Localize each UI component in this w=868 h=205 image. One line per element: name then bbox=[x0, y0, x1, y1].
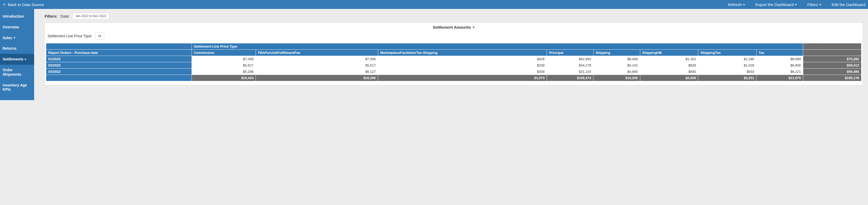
row-total: $75,282 bbox=[803, 56, 862, 62]
caret-down-icon bbox=[24, 59, 27, 60]
edit-label: Edit the Dashboard bbox=[832, 2, 865, 7]
col-header: MarketplaceFacilitatorTax-Shipping bbox=[378, 50, 547, 56]
table-wrap: Settlement Line Price TypeReport Orders … bbox=[45, 43, 863, 85]
cell: $840 bbox=[640, 69, 698, 75]
cell: $5,017 bbox=[255, 62, 378, 69]
col-header: Shipping bbox=[593, 50, 640, 56]
sidebar-item-inventory-age-kpis[interactable]: Inventory Age KPIs bbox=[0, 80, 34, 95]
export-menu[interactable]: Export the Dashboard bbox=[755, 2, 797, 7]
col-header: FBAPerUnitFulfillmentFee bbox=[255, 50, 378, 56]
sidebar-item-label: Overview bbox=[3, 25, 19, 29]
row-label: 01/2022 bbox=[46, 56, 192, 62]
cell: $6,449 bbox=[593, 56, 640, 62]
row-label: 03/2022 bbox=[46, 69, 192, 75]
cell: $8,599 bbox=[756, 56, 803, 62]
sidebar: IntroductionOverviewSalesReturnsSettleme… bbox=[0, 9, 34, 100]
caret-down-icon bbox=[13, 37, 16, 39]
main: Filters: Date: Jan-2022 to Dec-2022 Sett… bbox=[34, 9, 868, 91]
cell: $339 bbox=[378, 62, 547, 69]
cell: $308 bbox=[378, 69, 547, 75]
col-total: $21,675 bbox=[756, 75, 803, 81]
cell: $34,278 bbox=[547, 62, 593, 69]
cell: $1,290 bbox=[698, 56, 756, 62]
col-header: Tax bbox=[756, 50, 803, 56]
back-link-label: Back to Data Source bbox=[8, 2, 44, 7]
cell: $1,161 bbox=[640, 56, 698, 62]
totals-label-blank bbox=[46, 75, 192, 81]
sidebar-item-overview[interactable]: Overview bbox=[0, 22, 34, 32]
filters-menu[interactable]: Filters bbox=[807, 2, 821, 7]
sidebar-item-introduction[interactable]: Introduction bbox=[0, 11, 34, 22]
filters-menu-label: Filters bbox=[807, 2, 818, 7]
panel-title-menu[interactable]: Settlement Amounts bbox=[45, 23, 863, 31]
sidebar-item-order-shipments[interactable]: Order Shipments bbox=[0, 65, 34, 80]
col-header: Principal bbox=[547, 50, 593, 56]
cell: $6,127 bbox=[255, 69, 378, 75]
refresh-menu[interactable]: Refresh bbox=[728, 2, 745, 7]
cell: $1,028 bbox=[698, 62, 756, 69]
header-total-blank bbox=[803, 43, 862, 50]
col-total: $1,073 bbox=[378, 75, 547, 81]
sidebar-item-settlements[interactable]: Settlements bbox=[0, 54, 34, 65]
sidebar-item-returns[interactable]: Returns bbox=[0, 43, 34, 54]
sidebar-item-label: Inventory Age KPIs bbox=[3, 83, 31, 92]
row-total: $55,485 bbox=[803, 69, 862, 75]
col-total: $3,251 bbox=[698, 75, 756, 81]
line-type-label: Settlement Line Price Type: bbox=[48, 34, 92, 38]
date-range-button[interactable]: Jan-2022 to Dec-2022 bbox=[72, 12, 110, 20]
table-row: 01/2022$7,309$7,056$426$42,993$6,449$1,1… bbox=[46, 56, 862, 62]
table-row: 03/2022$5,288$6,127$308$31,103$4,665$840… bbox=[46, 69, 862, 75]
col-total: $108,374 bbox=[547, 75, 593, 81]
cell: $426 bbox=[378, 56, 547, 62]
col-total: $2,926 bbox=[640, 75, 698, 81]
cell: $4,665 bbox=[593, 69, 640, 75]
panel-title: Settlement Amounts bbox=[433, 25, 471, 29]
cell: $42,993 bbox=[547, 56, 593, 62]
col-header: Commission bbox=[191, 50, 255, 56]
header-blank bbox=[46, 43, 192, 50]
grand-total: $190,179 bbox=[803, 75, 862, 81]
col-total: $16,256 bbox=[593, 75, 640, 81]
filters-bar-label: Filters: bbox=[44, 14, 58, 18]
sidebar-item-label: Returns bbox=[3, 46, 17, 51]
row-total: $59,413 bbox=[803, 62, 862, 69]
sidebar-item-label: Settlements bbox=[3, 57, 23, 61]
arrow-left-icon bbox=[3, 3, 6, 6]
sidebar-item-label: Introduction bbox=[3, 14, 24, 19]
caret-down-icon bbox=[795, 4, 797, 5]
sidebar-item-label: Sales bbox=[3, 36, 12, 40]
column-group-header: Settlement Line Price Type bbox=[191, 43, 803, 50]
topbar: Back to Data Source Refresh Export the D… bbox=[0, 0, 868, 9]
filters-bar: Filters: Date: Jan-2022 to Dec-2022 bbox=[44, 12, 863, 20]
col-header: ShippingHB bbox=[640, 50, 698, 56]
totals-row: $18,424$18,200$1,073$108,374$16,256$2,92… bbox=[46, 75, 862, 81]
back-link[interactable]: Back to Data Source bbox=[3, 2, 44, 7]
cell: $5,142 bbox=[593, 62, 640, 69]
caret-down-icon bbox=[472, 27, 475, 28]
caret-down-icon bbox=[743, 4, 745, 5]
export-label: Export the Dashboard bbox=[755, 2, 794, 7]
line-type-button[interactable]: All bbox=[95, 32, 104, 40]
col-total: $18,424 bbox=[191, 75, 255, 81]
layout: IntroductionOverviewSalesReturnsSettleme… bbox=[0, 9, 868, 100]
filters-date-label: Date: bbox=[60, 14, 70, 18]
settlement-table: Settlement Line Price TypeReport Orders … bbox=[46, 43, 862, 81]
col-header: ShippingTax bbox=[698, 50, 756, 56]
cell: $926 bbox=[640, 62, 698, 69]
cell: $31,103 bbox=[547, 69, 593, 75]
row-label: 02/2022 bbox=[46, 62, 192, 69]
settlement-panel: Settlement Amounts Settlement Line Price… bbox=[44, 23, 863, 85]
topbar-actions: Refresh Export the Dashboard Filters Edi… bbox=[728, 2, 865, 7]
row-dim-header: Report Orders - Purchase-date bbox=[46, 50, 192, 56]
cell: $5,827 bbox=[191, 62, 255, 69]
refresh-label: Refresh bbox=[728, 2, 742, 7]
edit-dashboard-link[interactable]: Edit the Dashboard bbox=[832, 2, 865, 7]
table-row: 02/2022$5,827$5,017$339$34,278$5,142$926… bbox=[46, 62, 862, 69]
caret-down-icon bbox=[819, 4, 821, 5]
panel-subfilter: Settlement Line Price Type: All bbox=[45, 31, 863, 43]
cell: $7,056 bbox=[255, 56, 378, 62]
sidebar-item-sales[interactable]: Sales bbox=[0, 32, 34, 43]
cell: $6,221 bbox=[756, 69, 803, 75]
cell: $933 bbox=[698, 69, 756, 75]
header-total-blank bbox=[803, 50, 862, 56]
